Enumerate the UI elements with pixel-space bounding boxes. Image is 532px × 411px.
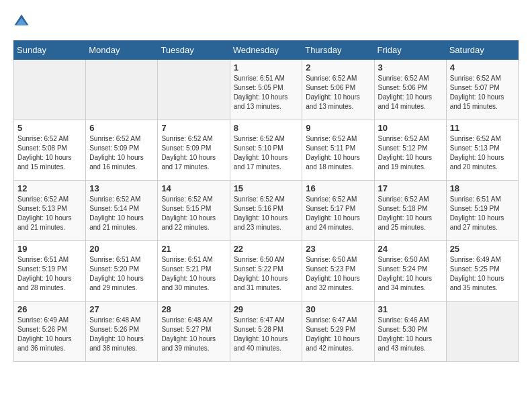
calendar-cell: 23Sunrise: 6:50 AMSunset: 5:23 PMDayligh… [302,241,374,302]
calendar-cell: 3Sunrise: 6:52 AMSunset: 5:06 PMDaylight… [374,60,446,120]
calendar-week-3: 12Sunrise: 6:52 AMSunset: 5:13 PMDayligh… [14,181,519,241]
weekday-header-tuesday: Tuesday [158,41,230,60]
calendar-cell [446,302,518,362]
day-number: 27 [89,304,154,314]
day-number: 3 [378,62,443,73]
day-info: Sunrise: 6:52 AMSunset: 5:09 PMDaylight:… [89,134,154,172]
day-info: Sunrise: 6:50 AMSunset: 5:24 PMDaylight:… [378,255,443,293]
calendar-cell: 6Sunrise: 6:52 AMSunset: 5:09 PMDaylight… [86,120,158,181]
day-info: Sunrise: 6:52 AMSunset: 5:18 PMDaylight:… [378,195,443,232]
day-info: Sunrise: 6:52 AMSunset: 5:06 PMDaylight:… [378,74,443,111]
day-info: Sunrise: 6:52 AMSunset: 5:13 PMDaylight:… [450,134,515,172]
day-number: 5 [17,123,82,133]
day-info: Sunrise: 6:51 AMSunset: 5:19 PMDaylight:… [17,255,82,293]
day-number: 25 [450,244,515,254]
calendar-cell [14,60,86,120]
day-info: Sunrise: 6:52 AMSunset: 5:09 PMDaylight:… [161,134,226,172]
day-info: Sunrise: 6:50 AMSunset: 5:22 PMDaylight:… [234,255,299,293]
calendar-table: SundayMondayTuesdayWednesdayThursdayFrid… [13,40,519,362]
calendar-cell: 30Sunrise: 6:47 AMSunset: 5:29 PMDayligh… [302,302,374,362]
calendar-cell: 19Sunrise: 6:51 AMSunset: 5:19 PMDayligh… [14,241,86,302]
day-number: 23 [306,244,370,254]
day-number: 30 [306,304,370,314]
weekday-header-wednesday: Wednesday [230,41,302,60]
day-info: Sunrise: 6:51 AMSunset: 5:21 PMDaylight:… [161,255,226,293]
calendar-cell: 5Sunrise: 6:52 AMSunset: 5:08 PMDaylight… [14,120,86,181]
day-number: 22 [234,244,299,254]
calendar-cell: 26Sunrise: 6:49 AMSunset: 5:26 PMDayligh… [14,302,86,362]
day-info: Sunrise: 6:51 AMSunset: 5:20 PMDaylight:… [89,255,154,293]
calendar-cell: 15Sunrise: 6:52 AMSunset: 5:16 PMDayligh… [230,181,302,241]
day-number: 14 [161,183,226,193]
calendar-cell: 13Sunrise: 6:52 AMSunset: 5:14 PMDayligh… [86,181,158,241]
calendar-cell: 25Sunrise: 6:49 AMSunset: 5:25 PMDayligh… [446,241,518,302]
calendar-week-1: 1Sunrise: 6:51 AMSunset: 5:05 PMDaylight… [14,60,519,120]
calendar-cell: 12Sunrise: 6:52 AMSunset: 5:13 PMDayligh… [14,181,86,241]
day-info: Sunrise: 6:50 AMSunset: 5:23 PMDaylight:… [306,255,370,293]
day-number: 21 [161,244,226,254]
day-info: Sunrise: 6:52 AMSunset: 5:07 PMDaylight:… [450,74,515,111]
calendar-cell: 8Sunrise: 6:52 AMSunset: 5:10 PMDaylight… [230,120,302,181]
day-info: Sunrise: 6:52 AMSunset: 5:17 PMDaylight:… [306,195,370,232]
calendar-cell: 31Sunrise: 6:46 AMSunset: 5:30 PMDayligh… [374,302,446,362]
day-number: 31 [378,304,443,314]
calendar-cell [158,60,230,120]
weekday-header-monday: Monday [86,41,158,60]
day-info: Sunrise: 6:52 AMSunset: 5:08 PMDaylight:… [17,134,82,172]
day-info: Sunrise: 6:51 AMSunset: 5:19 PMDaylight:… [450,195,515,232]
day-info: Sunrise: 6:52 AMSunset: 5:10 PMDaylight:… [234,134,299,172]
day-number: 17 [378,183,443,193]
day-info: Sunrise: 6:46 AMSunset: 5:30 PMDaylight:… [378,316,443,353]
day-info: Sunrise: 6:52 AMSunset: 5:16 PMDaylight:… [234,195,299,232]
day-info: Sunrise: 6:52 AMSunset: 5:14 PMDaylight:… [89,195,154,232]
calendar-week-2: 5Sunrise: 6:52 AMSunset: 5:08 PMDaylight… [14,120,519,181]
day-number: 29 [234,304,299,314]
day-number: 28 [161,304,226,314]
day-number: 13 [89,183,154,193]
calendar-cell: 20Sunrise: 6:51 AMSunset: 5:20 PMDayligh… [86,241,158,302]
day-number: 7 [161,123,226,133]
day-info: Sunrise: 6:52 AMSunset: 5:15 PMDaylight:… [161,195,226,232]
day-number: 8 [234,123,299,133]
day-number: 19 [17,244,82,254]
calendar-cell: 1Sunrise: 6:51 AMSunset: 5:05 PMDaylight… [230,60,302,120]
day-number: 26 [17,304,82,314]
day-number: 6 [89,123,154,133]
day-info: Sunrise: 6:52 AMSunset: 5:11 PMDaylight:… [306,134,370,172]
calendar-cell [86,60,158,120]
calendar-cell: 2Sunrise: 6:52 AMSunset: 5:06 PMDaylight… [302,60,374,120]
day-info: Sunrise: 6:51 AMSunset: 5:05 PMDaylight:… [234,74,299,111]
day-info: Sunrise: 6:52 AMSunset: 5:12 PMDaylight:… [378,134,443,172]
calendar-cell: 10Sunrise: 6:52 AMSunset: 5:12 PMDayligh… [374,120,446,181]
day-number: 4 [450,62,515,73]
day-info: Sunrise: 6:47 AMSunset: 5:28 PMDaylight:… [234,316,299,353]
weekday-header-sunday: Sunday [14,41,86,60]
calendar-cell: 27Sunrise: 6:48 AMSunset: 5:26 PMDayligh… [86,302,158,362]
calendar-week-5: 26Sunrise: 6:49 AMSunset: 5:26 PMDayligh… [14,302,519,362]
calendar-cell: 24Sunrise: 6:50 AMSunset: 5:24 PMDayligh… [374,241,446,302]
day-number: 18 [450,183,515,193]
day-info: Sunrise: 6:47 AMSunset: 5:29 PMDaylight:… [306,316,370,353]
day-number: 20 [89,244,154,254]
day-number: 24 [378,244,443,254]
page-header [13,13,519,30]
calendar-cell: 18Sunrise: 6:51 AMSunset: 5:19 PMDayligh… [446,181,518,241]
calendar-cell: 29Sunrise: 6:47 AMSunset: 5:28 PMDayligh… [230,302,302,362]
day-info: Sunrise: 6:48 AMSunset: 5:27 PMDaylight:… [161,316,226,353]
day-number: 15 [234,183,299,193]
weekday-row: SundayMondayTuesdayWednesdayThursdayFrid… [14,41,519,60]
calendar-header: SundayMondayTuesdayWednesdayThursdayFrid… [14,41,519,60]
day-number: 16 [306,183,370,193]
calendar-cell: 22Sunrise: 6:50 AMSunset: 5:22 PMDayligh… [230,241,302,302]
calendar-cell: 9Sunrise: 6:52 AMSunset: 5:11 PMDaylight… [302,120,374,181]
calendar-body: 1Sunrise: 6:51 AMSunset: 5:05 PMDaylight… [14,60,519,362]
weekday-header-friday: Friday [374,41,446,60]
calendar-cell: 17Sunrise: 6:52 AMSunset: 5:18 PMDayligh… [374,181,446,241]
day-info: Sunrise: 6:49 AMSunset: 5:26 PMDaylight:… [17,316,82,353]
day-number: 1 [234,62,299,73]
day-info: Sunrise: 6:49 AMSunset: 5:25 PMDaylight:… [450,255,515,293]
day-number: 9 [306,123,370,133]
day-number: 10 [378,123,443,133]
logo-icon [13,13,30,30]
day-number: 11 [450,123,515,133]
